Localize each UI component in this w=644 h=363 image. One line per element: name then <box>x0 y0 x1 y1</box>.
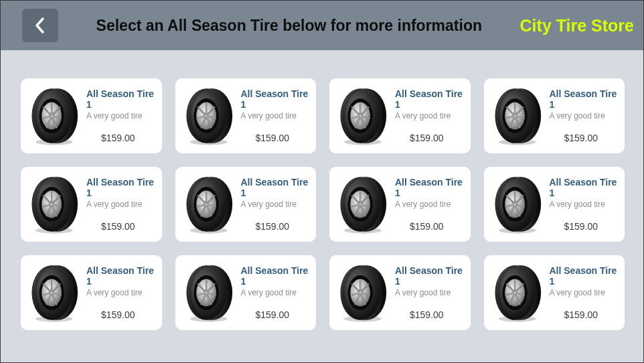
product-title: All Season Tire 1 <box>86 177 155 200</box>
product-card[interactable]: All Season Tire 1A very good tire$159.00 <box>175 255 317 330</box>
product-description: A very good tire <box>86 200 155 209</box>
product-info: All Season Tire 1A very good tire$159.00 <box>241 177 310 232</box>
tire-icon <box>335 261 388 324</box>
tire-icon <box>181 84 234 147</box>
product-card[interactable]: All Season Tire 1A very good tire$159.00 <box>175 78 317 153</box>
product-price: $159.00 <box>241 309 310 320</box>
product-info: All Season Tire 1A very good tire$159.00 <box>395 88 464 144</box>
product-description: A very good tire <box>241 200 310 209</box>
product-description: A very good tire <box>395 111 464 121</box>
product-description: A very good tire <box>241 111 310 121</box>
product-price: $159.00 <box>550 221 619 232</box>
product-card[interactable]: All Season Tire 1A very good tire$159.00 <box>329 167 471 242</box>
product-description: A very good tire <box>241 288 310 297</box>
product-description: A very good tire <box>395 200 464 209</box>
product-title: All Season Tire 1 <box>241 177 310 200</box>
tire-icon <box>335 173 388 236</box>
product-card[interactable]: All Season Tire 1A very good tire$159.00 <box>484 167 625 242</box>
product-price: $159.00 <box>86 221 155 232</box>
product-card[interactable]: All Season Tire 1A very good tire$159.00 <box>21 255 162 330</box>
product-description: A very good tire <box>86 111 155 121</box>
product-description: A very good tire <box>550 288 619 297</box>
product-title: All Season Tire 1 <box>86 88 155 111</box>
product-grid: All Season Tire 1A very good tire$159.00… <box>1 50 643 345</box>
product-info: All Season Tire 1A very good tire$159.00 <box>550 265 619 321</box>
product-card[interactable]: All Season Tire 1A very good tire$159.00 <box>21 167 162 242</box>
product-card[interactable]: All Season Tire 1A very good tire$159.00 <box>175 167 317 242</box>
product-description: A very good tire <box>395 288 464 297</box>
product-card[interactable]: All Season Tire 1A very good tire$159.00 <box>484 78 625 153</box>
product-card[interactable]: All Season Tire 1A very good tire$159.00 <box>329 78 471 153</box>
tire-icon <box>489 84 543 147</box>
product-price: $159.00 <box>550 133 619 143</box>
product-title: All Season Tire 1 <box>550 177 619 200</box>
header-bar: Select an All Season Tire below for more… <box>1 1 643 50</box>
product-price: $159.00 <box>86 133 155 143</box>
product-title: All Season Tire 1 <box>550 265 619 288</box>
tire-icon <box>489 173 543 236</box>
product-title: All Season Tire 1 <box>86 265 155 288</box>
product-info: All Season Tire 1A very good tire$159.00 <box>241 265 310 321</box>
store-name: City Tire Store <box>520 16 637 35</box>
product-title: All Season Tire 1 <box>241 88 310 111</box>
tire-icon <box>26 261 80 324</box>
chevron-left-icon <box>33 17 48 34</box>
product-title: All Season Tire 1 <box>241 265 310 288</box>
product-info: All Season Tire 1A very good tire$159.00 <box>86 177 155 232</box>
product-title: All Season Tire 1 <box>395 88 464 111</box>
tire-icon <box>26 84 80 147</box>
product-description: A very good tire <box>550 111 619 121</box>
product-card[interactable]: All Season Tire 1A very good tire$159.00 <box>21 78 162 153</box>
product-price: $159.00 <box>395 309 464 320</box>
product-price: $159.00 <box>241 133 310 143</box>
product-info: All Season Tire 1A very good tire$159.00 <box>550 177 619 232</box>
product-price: $159.00 <box>395 221 464 232</box>
tire-icon <box>26 173 80 236</box>
tire-icon <box>335 84 388 147</box>
product-info: All Season Tire 1A very good tire$159.00 <box>86 88 155 144</box>
tire-icon <box>181 173 234 236</box>
tire-icon <box>181 261 234 324</box>
product-price: $159.00 <box>86 309 155 320</box>
product-info: All Season Tire 1A very good tire$159.00 <box>395 265 464 321</box>
product-info: All Season Tire 1A very good tire$159.00 <box>550 88 619 144</box>
product-info: All Season Tire 1A very good tire$159.00 <box>395 177 464 232</box>
product-title: All Season Tire 1 <box>550 88 619 111</box>
product-description: A very good tire <box>550 200 619 209</box>
product-price: $159.00 <box>241 221 310 232</box>
product-price: $159.00 <box>550 309 619 320</box>
product-info: All Season Tire 1A very good tire$159.00 <box>86 265 155 321</box>
product-title: All Season Tire 1 <box>395 177 464 200</box>
product-title: All Season Tire 1 <box>395 265 464 288</box>
product-info: All Season Tire 1A very good tire$159.00 <box>241 88 310 144</box>
product-card[interactable]: All Season Tire 1A very good tire$159.00 <box>329 255 471 330</box>
page-title: Select an All Season Tire below for more… <box>69 17 509 35</box>
product-card[interactable]: All Season Tire 1A very good tire$159.00 <box>484 255 625 330</box>
back-button[interactable] <box>22 9 58 42</box>
tire-icon <box>489 261 543 324</box>
product-price: $159.00 <box>395 133 464 143</box>
product-description: A very good tire <box>86 288 155 297</box>
